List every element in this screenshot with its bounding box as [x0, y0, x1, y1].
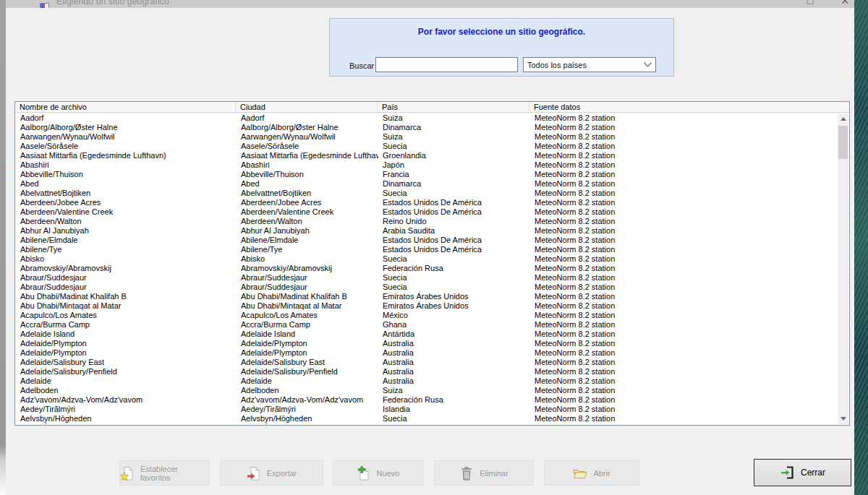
cell-country: Estados Unidos De América	[378, 245, 530, 254]
cell-file: Abilene/Tye	[16, 245, 237, 254]
cell-source: MeteoNorm 8.2 station	[530, 142, 838, 151]
table-row[interactable]: Abramovskiy/AbramovskijAbramovskiy/Abram…	[16, 264, 838, 273]
table-row[interactable]: Abbeville/ThuisonAbbeville/ThuisonFranci…	[16, 170, 838, 179]
cell-country: Francia	[378, 170, 530, 179]
cell-country: Dinamarca	[378, 179, 530, 189]
dialog-window: Eligiendo un sitio geográfico □ ✕ Por fa…	[6, 0, 854, 495]
cell-source: MeteoNorm 8.2 station	[530, 170, 838, 179]
table-row[interactable]: Aasele/SöråseleAasele/SöråseleSueciaMete…	[16, 142, 838, 151]
cell-city: Abu Dhabi/Madinat Khalifah B	[237, 292, 378, 301]
table-row[interactable]: Abilene/TyeAbilene/TyeEstados Unidos De …	[16, 245, 838, 254]
country-filter-value: Todos los países	[527, 61, 587, 69]
cell-city: Aedey/Tirãlmýri	[237, 405, 378, 414]
cell-country: Emiratos Árabes Unidos	[378, 301, 530, 311]
new-document-icon	[357, 466, 371, 481]
table-row[interactable]: Aedey/TirãlmýriAedey/TirãlmýriIslandiaMe…	[16, 405, 838, 414]
cell-country: Noruega	[378, 423, 530, 424]
cell-country: Suecia	[378, 283, 530, 292]
delete-button[interactable]: Eliminar	[434, 460, 534, 486]
cell-country: Reino Unido	[378, 217, 530, 226]
cell-city: Aalborg/Alborg/Øster Halne	[237, 123, 378, 132]
column-header-source[interactable]: Fuente datos	[529, 102, 849, 112]
cell-source: MeteoNorm 8.2 station	[530, 207, 838, 217]
star-document-icon	[120, 466, 135, 481]
cell-source: MeteoNorm 8.2 station	[530, 189, 838, 198]
country-filter-dropdown[interactable]: Todos los países	[523, 57, 656, 72]
set-favorites-button[interactable]: Establecer favoritos	[119, 460, 210, 486]
cell-file: Adelaide/Salisbury East	[16, 358, 237, 367]
table-row[interactable]: Aberdeen/Valentine CreekAberdeen/Valenti…	[16, 207, 838, 217]
export-document-icon	[247, 466, 261, 481]
cell-source: MeteoNorm 8.2 station	[530, 301, 838, 311]
table-row[interactable]: Acapulco/Los AmatesAcapulco/Los AmatesMé…	[16, 311, 838, 320]
table-row[interactable]: Abraur/SuddesjaurAbraur/SuddesjaurSuecia…	[16, 273, 838, 283]
table-row[interactable]: Aarwangen/Wynau/WolfwilAarwangen/Wynau/W…	[16, 132, 838, 142]
title-bar: Eligiendo un sitio geográfico □ ✕	[6, 0, 854, 8]
cell-source: MeteoNorm 8.2 station	[530, 292, 838, 301]
cell-source: MeteoNorm 8.2 station	[530, 254, 838, 264]
cell-file: Adelaide/Plympton	[16, 339, 237, 348]
table-row[interactable]: Accra/Burma CampAccra/Burma CampGhanaMet…	[16, 320, 838, 330]
table-row[interactable]: Aberdeen/Jobee AcresAberdeen/Jobee Acres…	[16, 198, 838, 207]
table-row[interactable]: Aelvsbyn/HöghedenAelvsbyn/HöghedenSuecia…	[16, 414, 838, 423]
new-button[interactable]: Nuevo	[333, 460, 423, 486]
table-row[interactable]: Adelaide/Salisbury/PenfieldAdelaide/Sali…	[16, 367, 838, 376]
table-row[interactable]: Abhur Al JanubiyahAbhur Al JanubiyahArab…	[16, 226, 838, 236]
export-button[interactable]: Exportar	[220, 460, 323, 486]
maximize-icon[interactable]: □	[803, 0, 817, 7]
cell-country: Estados Unidos De América	[378, 207, 530, 217]
table-row[interactable]: Aalborg/Alborg/Øster HalneAalborg/Alborg…	[16, 123, 838, 132]
cell-file: Aberdeen/Jobee Acres	[16, 198, 237, 207]
table-row[interactable]: Abu Dhabi/Mintaqat al MatarAbu Dhabi/Min…	[16, 301, 838, 311]
table-row[interactable]: Adelaide/PlymptonAdelaide/PlymptonAustra…	[16, 348, 838, 358]
cell-source: MeteoNorm 8.2 station	[530, 358, 838, 367]
cerrar-button[interactable]: Cerrar	[754, 459, 851, 486]
column-header-file[interactable]: Nombre de archivo	[15, 102, 236, 112]
table-row[interactable]: AbedAbedDinamarcaMeteoNorm 8.2 station	[16, 179, 838, 189]
table-row[interactable]: Abelvattnet/BojtikenAbelvattnet/Bojtiken…	[16, 189, 838, 198]
cell-city: Abhur Al Janubiyah	[237, 226, 378, 236]
cell-country: Australia	[378, 376, 530, 386]
column-header-city[interactable]: Ciudad	[236, 102, 378, 112]
table-row[interactable]: Adelaide/Salisbury EastAdelaide/Salisbur…	[16, 358, 838, 367]
cell-file: Adelaide/Plympton	[16, 348, 237, 358]
table-row[interactable]: Abraur/SuddesjaurAbraur/SuddesjaurSuecia…	[16, 283, 838, 292]
prompt-message: Por favor seleccione un sitio geográfico…	[330, 27, 673, 37]
table-row[interactable]: AdelbodenAdelbodenSuizaMeteoNorm 8.2 sta…	[16, 386, 838, 395]
cell-file: Abbeville/Thuison	[16, 170, 237, 179]
cell-source: MeteoNorm 8.2 station	[530, 132, 838, 142]
table-row[interactable]: Adelaide IslandAdelaide IslandAntártidaM…	[16, 330, 838, 339]
cell-city: Aadorf	[237, 113, 378, 123]
cell-file: Accra/Burma Camp	[16, 320, 237, 330]
vertical-scrollbar[interactable]	[838, 113, 848, 424]
table-row[interactable]: AdelaideAdelaideAustraliaMeteoNorm 8.2 s…	[16, 376, 838, 386]
cell-country: Estados Unidos De América	[378, 236, 530, 245]
table-row[interactable]: Afjord/ÅfjordAfjord/ÅfjordNoruegaMeteoNo…	[16, 423, 838, 424]
table-row[interactable]: AbiskoAbiskoSueciaMeteoNorm 8.2 station	[16, 254, 838, 264]
table-row[interactable]: Abilene/ElmdaleAbilene/ElmdaleEstados Un…	[16, 236, 838, 245]
cell-city: Aarwangen/Wynau/Wolfwil	[237, 132, 378, 142]
cell-source: MeteoNorm 8.2 station	[530, 367, 838, 376]
table-row[interactable]: Adelaide/PlymptonAdelaide/PlymptonAustra…	[16, 339, 838, 348]
close-icon[interactable]: ✕	[838, 0, 852, 7]
table-row[interactable]: Abu Dhabi/Madinat Khalifah BAbu Dhabi/Ma…	[16, 292, 838, 301]
scrollbar-thumb[interactable]	[838, 126, 848, 159]
search-input[interactable]	[375, 57, 518, 72]
scroll-down-icon[interactable]	[838, 413, 848, 424]
table-row[interactable]: Aasiaat Mittarfia (Egedesminde Lufthavn)…	[16, 151, 838, 160]
scroll-up-icon[interactable]	[838, 113, 848, 124]
cell-country: Suiza	[378, 386, 530, 395]
prompt-panel: Por favor seleccione un sitio geográfico…	[329, 18, 674, 77]
cell-country: Japón	[378, 160, 530, 170]
cell-source: MeteoNorm 8.2 station	[530, 273, 838, 283]
new-label: Nuevo	[377, 469, 400, 478]
table-row[interactable]: AadorfAadorfSuizaMeteoNorm 8.2 station	[16, 113, 838, 123]
column-header-country[interactable]: País	[378, 102, 529, 112]
table-row[interactable]: AbashiriAbashiriJapónMeteoNorm 8.2 stati…	[16, 160, 838, 170]
table-row[interactable]: Adz'vavom/Adzva-Vom/Adz'vavomAdz'vavom/A…	[16, 395, 838, 405]
cell-city: Abed	[237, 179, 378, 189]
cell-file: Abisko	[16, 254, 237, 264]
open-button[interactable]: Abrir	[544, 460, 639, 486]
table-row[interactable]: Aberdeen/WaltonAberdeen/WaltonReino Unid…	[16, 217, 838, 226]
desktop-background-strip	[854, 0, 868, 495]
